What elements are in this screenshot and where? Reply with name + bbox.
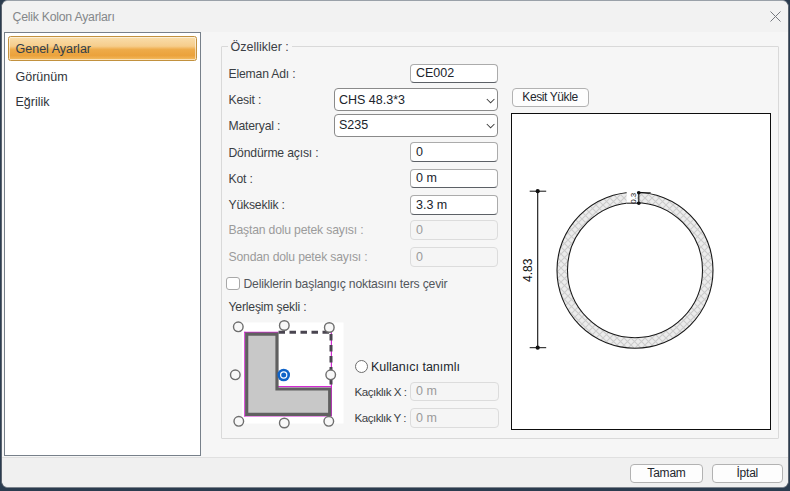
- svg-text:4.83: 4.83: [521, 258, 535, 282]
- svg-text:0.3: 0.3: [629, 192, 638, 204]
